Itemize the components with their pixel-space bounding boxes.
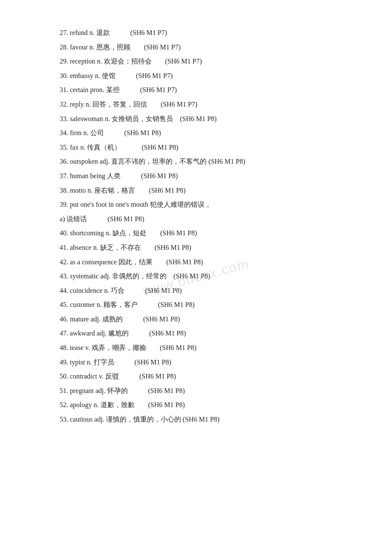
list-item: 29. reception n. 欢迎会；招待会 (SH6 M1 P7)	[60, 54, 341, 69]
list-item: 53. cautious adj. 谨慎的，慎重的，小心的 (SH6 M1 P8…	[60, 412, 341, 427]
list-item: 27. refund n. 退款 (SH6 M1 P7)	[60, 26, 341, 40]
list-item: 50. contradict v. 反驳 (SH6 M1 P8)	[60, 369, 341, 384]
list-item: 31. certain pron. 某些 (SH6 M1 P7)	[60, 83, 341, 97]
list-item: 35. fax n. 传真（机） (SH6 M1 P8)	[60, 140, 341, 155]
list-item: 38. motto n. 座右铭，格言 (SH6 M1 P8)	[60, 183, 341, 198]
list-item: 46. mature adj. 成熟的 (SH6 M1 P8)	[60, 312, 341, 327]
list-item: 30. embassy n. 使馆 (SH6 M1 P7)	[60, 69, 341, 83]
list-item: 32. reply n. 回答，答复，回信 (SH6 M1 P7)	[60, 97, 341, 112]
list-item: 52. apology n. 道歉，致歉 (SH6 M1 P8)	[60, 398, 341, 412]
list-item: 49. typist n. 打字员 (SH6 M1 P8)	[60, 355, 341, 370]
vocabulary-list: 27. refund n. 退款 (SH6 M1 P7)28. favour n…	[60, 26, 341, 427]
list-item: 44. coincidence n. 巧合 (SH6 M1 P8)	[60, 283, 341, 298]
list-item: 37. human being 人类 (SH6 M1 P8)	[60, 169, 341, 183]
list-item: 33. saleswoman n. 女推销员，女销售员 (SH6 M1 P8)	[60, 112, 341, 126]
list-item: 28. favour n. 恩惠，照顾 (SH6 M1 P7)	[60, 40, 341, 55]
list-item: 36. outspoken adj. 直言不讳的，坦率的，不客气的 (SH6 M…	[60, 154, 341, 169]
list-item: 40. shortcoming n. 缺点，短处 (SH6 M1 P8)	[60, 226, 341, 240]
list-item: 45. customer n. 顾客，客户 (SH6 M1 P8)	[60, 298, 341, 312]
list-item: 43. systematic adj. 非偶然的，经常的 (SH6 M1 P8)	[60, 269, 341, 283]
list-item: 48. tease v. 戏弄，嘲弄，揶揄 (SH6 M1 P8)	[60, 341, 341, 355]
list-item: 41. absence n. 缺乏，不存在 (SH6 M1 P8)	[60, 240, 341, 255]
list-item: 39. put one's foot in one's mouth 犯使人难堪的…	[60, 197, 341, 212]
list-item: 51. pregnant adj. 怀孕的 (SH6 M1 P8)	[60, 384, 341, 398]
list-item: 47. awkward adj. 尴尬的 (SH6 M1 P8)	[60, 326, 341, 341]
list-item: 34. firm n. 公司 (SH6 M1 P8)	[60, 126, 341, 140]
list-item: 42. as a consequence 因此，结果 (SH6 M1 P8)	[60, 255, 341, 269]
list-item: a) 说错话 (SH6 M1 P8)	[60, 212, 341, 226]
